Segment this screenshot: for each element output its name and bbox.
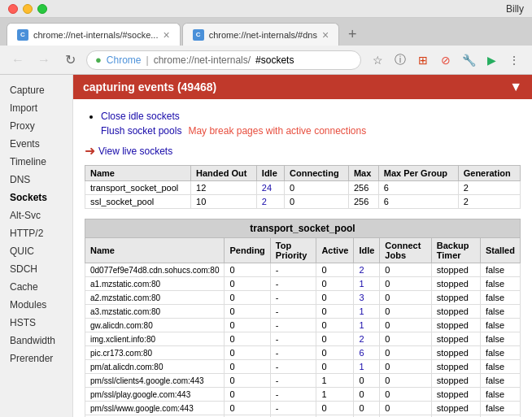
pool-idle: 24 (256, 181, 284, 195)
tp-pending: 0 (225, 291, 270, 305)
tp-idle: 0 (354, 374, 380, 388)
sidebar-item-proxy[interactable]: Proxy (0, 117, 72, 135)
tp-idle: 2 (354, 332, 380, 346)
refresh-button[interactable]: ↻ (60, 50, 80, 70)
tp-idle-link[interactable]: 3 (359, 293, 364, 302)
tp-idle-link[interactable]: 6 (359, 348, 364, 358)
transport-pool-table: transport_socket_pool Name Pending Top P… (85, 219, 521, 417)
tp-backup-timer: stopped (431, 291, 480, 305)
bookmark-icon[interactable]: ☆ (368, 50, 387, 70)
close-idle-link[interactable]: Close idle sockets (101, 111, 180, 122)
sidebar-item-alt-svc[interactable]: Alt-Svc (0, 206, 72, 224)
sidebar-item-timeline[interactable]: Timeline (0, 153, 72, 171)
tp-top-priority: - (270, 332, 316, 346)
tp-pending: 0 (225, 305, 270, 319)
pool-max-per-group: 6 (378, 181, 458, 195)
flush-pools-link[interactable]: Flush socket pools (101, 125, 181, 137)
sidebar-item-sdch[interactable]: SDCH (0, 260, 72, 278)
table-row: 0d077ef9e74d8.cdn.sohucs.com:80 0 - 0 2 … (85, 263, 521, 277)
tp-top-priority: - (270, 319, 316, 332)
transport-pool-title: transport_socket_pool (85, 219, 521, 238)
tab-label-2: chrome://net-internals/#dns (209, 30, 317, 40)
sidebar-item-modules[interactable]: Modules (0, 296, 72, 314)
tp-stalled: false (480, 360, 520, 374)
tp-name: pm/ssl/clients4.google.com:443 (85, 374, 225, 388)
address-chrome-label: Chrome (107, 54, 142, 66)
tp-connect-jobs: 0 (380, 319, 431, 332)
tp-idle-link[interactable]: 2 (359, 265, 364, 275)
tp-pending: 0 (225, 374, 270, 388)
tp-backup-timer: stopped (431, 402, 480, 415)
forward-button[interactable]: → (34, 50, 54, 70)
tp-col-pending: Pending (225, 238, 270, 263)
sidebar-item-http2[interactable]: HTTP/2 (0, 224, 72, 242)
tp-idle-link[interactable]: 1 (359, 279, 364, 289)
pool-name: ssl_socket_pool (85, 195, 191, 209)
table-row: pic.cr173.com:80 0 - 0 6 0 stopped false (85, 346, 521, 360)
tab-favicon-2: C (193, 29, 204, 41)
tp-name: pm/at.alicdn.com:80 (85, 360, 225, 374)
sidebar-item-sockets[interactable]: Sockets (0, 189, 72, 206)
sidebar-item-prerender[interactable]: Prerender (0, 350, 72, 367)
sidebar-item-quic[interactable]: QUIC (0, 242, 72, 260)
pool-handed-out: 10 (191, 195, 257, 209)
pool-connecting: 0 (285, 181, 349, 195)
pool-generation: 2 (458, 195, 520, 209)
tp-top-priority: - (270, 388, 316, 402)
tab-close-2[interactable]: × (322, 29, 329, 41)
maximize-button[interactable] (37, 4, 47, 14)
tab-sockets[interactable]: C chrome://net-internals/#socke... × (7, 23, 181, 46)
menu-icon[interactable]: ⋮ (504, 50, 524, 70)
sidebar-item-dns[interactable]: DNS (0, 171, 72, 189)
tp-pending: 0 (225, 388, 270, 402)
tp-name: a2.mzstatic.com:80 (85, 291, 225, 305)
tp-active: 0 (316, 305, 354, 319)
info-icon[interactable]: ⓘ (390, 50, 410, 70)
tp-top-priority: - (270, 277, 316, 291)
sidebar-item-cache[interactable]: Cache (0, 278, 72, 296)
tp-idle-link[interactable]: 1 (359, 362, 364, 371)
tp-active: 0 (316, 277, 354, 291)
address-url-prefix: chrome://net-internals/ (154, 54, 251, 66)
adblock-icon[interactable]: ⊘ (436, 50, 456, 70)
tab-favicon-1: C (17, 29, 28, 41)
tp-pending: 0 (225, 346, 270, 360)
tp-active: 0 (316, 360, 354, 374)
tp-top-priority: - (270, 305, 316, 319)
sidebar-item-events[interactable]: Events (0, 135, 72, 153)
ext-icon2[interactable]: ▶ (482, 50, 501, 70)
view-live-link[interactable]: View live sockets (98, 146, 172, 157)
ext-icon1[interactable]: 🔧 (459, 50, 478, 70)
tp-idle: 1 (354, 305, 380, 319)
tp-idle: 2 (354, 263, 380, 277)
tp-backup-timer: stopped (431, 332, 480, 346)
pool-idle-link[interactable]: 2 (262, 197, 267, 206)
office-icon[interactable]: ⊞ (413, 50, 433, 70)
sidebar-item-hsts[interactable]: HSTS (0, 314, 72, 332)
address-input[interactable]: ● Chrome | chrome://net-internals/#socke… (86, 50, 361, 70)
back-button[interactable]: ← (8, 50, 28, 70)
tp-idle-link[interactable]: 1 (359, 320, 364, 330)
events-title: capturing events (49468) (83, 80, 216, 93)
new-tab-button[interactable]: + (341, 23, 364, 46)
tp-top-priority: - (270, 360, 316, 374)
minimize-button[interactable] (23, 4, 33, 14)
close-button[interactable] (8, 4, 18, 14)
pool-generation: 2 (458, 181, 520, 195)
tp-name: pm/ssl/play.google.com:443 (85, 388, 225, 402)
tp-idle: 3 (354, 291, 380, 305)
tp-col-stalled: Stalled (480, 238, 520, 263)
sidebar-item-bandwidth[interactable]: Bandwidth (0, 332, 72, 350)
tp-name: a3.mzstatic.com:80 (85, 305, 225, 319)
tp-idle-link[interactable]: 2 (359, 334, 364, 344)
tab-close-1[interactable]: × (163, 29, 169, 41)
tp-pending: 0 (225, 319, 270, 332)
pool-idle-link[interactable]: 24 (262, 183, 272, 193)
table-row: pm/ssl/play.google.com:443 0 - 1 0 0 sto… (85, 388, 521, 402)
tp-top-priority: - (270, 374, 316, 388)
table-row: a2.mzstatic.com:80 0 - 0 3 0 stopped fal… (85, 291, 521, 305)
sidebar-item-capture[interactable]: Capture (0, 81, 72, 99)
sidebar-item-import[interactable]: Import (0, 99, 72, 117)
tp-idle-link[interactable]: 1 (359, 306, 364, 316)
tab-dns[interactable]: C chrome://net-internals/#dns × (182, 23, 339, 46)
